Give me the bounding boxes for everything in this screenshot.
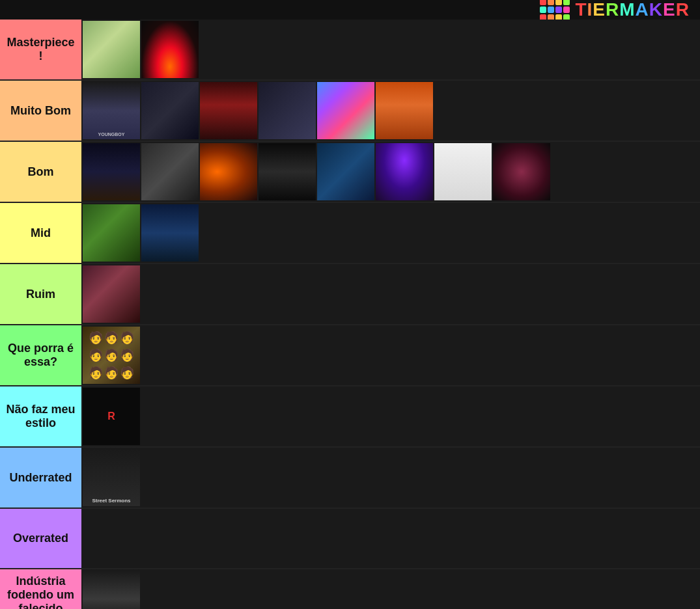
- tier-label-ruim: Ruim: [0, 264, 81, 324]
- tier-label-masterpiece: Masterpiece!: [0, 20, 81, 79]
- tier-items-underrated: Street Sermons: [81, 448, 700, 508]
- album-alb-dark-portrait[interactable]: [83, 571, 140, 609]
- header: TiERMAKER: [0, 0, 700, 20]
- album-alb-colorful-group[interactable]: [83, 204, 140, 262]
- tier-items-overrated: [81, 509, 700, 568]
- tier-items-industria: [81, 569, 700, 609]
- album-alb-black-portrait[interactable]: [259, 143, 316, 200]
- tiermaker-logo: TiERMAKER: [540, 0, 690, 21]
- logo-grid: [540, 0, 570, 21]
- album-alb-youngboy[interactable]: YOUNGBOY: [83, 82, 140, 139]
- album-alb-migos-blue[interactable]: [141, 204, 199, 262]
- tier-row-bom: Bom: [0, 142, 700, 203]
- tier-row-muito-bom: Muito BomYOUNGBOY: [0, 81, 700, 142]
- tier-items-mid: [81, 203, 700, 263]
- album-alb-emoji-cartoon[interactable]: 🧑🧑🧑🧑🧑🧑🧑🧑🧑: [83, 327, 140, 384]
- tier-label-industria: Indústria fodendo um falecido novamente: [0, 569, 81, 609]
- tier-label-overrated: Overrated: [0, 509, 81, 568]
- tier-label-que-porra: Que porra é essa?: [0, 325, 81, 385]
- tier-row-underrated: UnderratedStreet Sermons: [0, 448, 700, 509]
- album-alb-green-card[interactable]: [83, 21, 140, 78]
- tier-label-muito-bom: Muito Bom: [0, 81, 81, 141]
- album-alb-street-sermon[interactable]: Street Sermons: [83, 449, 140, 506]
- tier-row-ruim: Ruim: [0, 264, 700, 325]
- album-alb-blue-scene[interactable]: [317, 143, 374, 200]
- tier-label-mid: Mid: [0, 203, 81, 263]
- tier-label-bom: Bom: [0, 142, 81, 202]
- album-alb-orange-portrait[interactable]: [376, 82, 433, 139]
- album-alb-purple-red[interactable]: [493, 143, 550, 200]
- tier-items-bom: [81, 142, 700, 202]
- album-alb-lil-baby[interactable]: [259, 82, 316, 139]
- album-alb-hall-fame[interactable]: [200, 143, 257, 200]
- album-alb-white-suits[interactable]: [434, 143, 492, 200]
- tier-row-mid: Mid: [0, 203, 700, 264]
- album-alb-city-bw[interactable]: [141, 143, 199, 200]
- tier-label-underrated: Underrated: [0, 448, 81, 508]
- tier-row-overrated: Overrated: [0, 509, 700, 569]
- album-alb-party-color[interactable]: [83, 265, 140, 323]
- tier-row-que-porra: Que porra é essa?🧑🧑🧑🧑🧑🧑🧑🧑🧑: [0, 325, 700, 386]
- tier-items-ruim: [81, 264, 700, 324]
- album-alb-red-person[interactable]: [200, 82, 257, 139]
- album-alb-fire-dark[interactable]: [141, 21, 199, 78]
- album-alb-purple-dance[interactable]: [376, 143, 433, 200]
- tier-row-industria: Indústria fodendo um falecido novamente: [0, 569, 700, 609]
- tier-items-masterpiece: [81, 20, 700, 79]
- tier-row-masterpiece: Masterpiece!: [0, 20, 700, 81]
- logo-text: TiERMAKER: [575, 0, 690, 20]
- album-alb-colorful[interactable]: [317, 82, 374, 139]
- tier-list: Masterpiece!Muito BomYOUNGBOYBomMidRuimQ…: [0, 20, 700, 609]
- album-alb-night-drive[interactable]: [83, 143, 140, 200]
- album-alb-bw-hood[interactable]: R: [83, 388, 140, 445]
- album-alb-dark-car[interactable]: [141, 82, 199, 139]
- tier-label-nao-faz: Não faz meu estilo: [0, 386, 81, 446]
- tier-items-que-porra: 🧑🧑🧑🧑🧑🧑🧑🧑🧑: [81, 325, 700, 385]
- tier-items-nao-faz: R: [81, 386, 700, 446]
- tier-row-nao-faz: Não faz meu estiloR: [0, 386, 700, 448]
- tier-items-muito-bom: YOUNGBOY: [81, 81, 700, 141]
